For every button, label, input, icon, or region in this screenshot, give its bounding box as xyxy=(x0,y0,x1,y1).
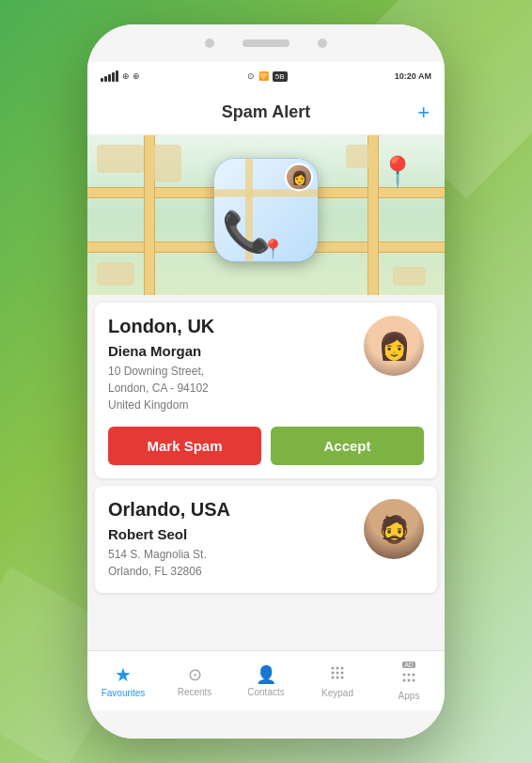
add-button[interactable]: + xyxy=(417,101,430,125)
svg-point-7 xyxy=(336,677,339,679)
svg-point-14 xyxy=(413,678,415,681)
app-title: Spam Alert xyxy=(222,102,310,122)
card-1-actions: Mark Spam Accept xyxy=(108,427,424,465)
svg-point-0 xyxy=(332,667,335,670)
svg-point-12 xyxy=(403,678,406,681)
map-pin-red: 📍 xyxy=(379,154,416,190)
battery-label: 5B xyxy=(273,71,288,82)
front-camera xyxy=(205,39,214,48)
status-bar: ⊕ ⊕ ⊙ 🛜 5B 10:20 AM xyxy=(87,62,445,90)
svg-point-9 xyxy=(403,673,406,676)
nav-item-keypad[interactable]: Keypad xyxy=(302,651,373,710)
card-1-info: London, UK Diena Morgan 10 Downing Stree… xyxy=(108,316,352,413)
svg-point-4 xyxy=(336,672,339,675)
nav-item-apps[interactable]: AD Apps xyxy=(373,651,445,710)
card-1-address: 10 Downing Street, London, CA - 94102 Un… xyxy=(108,363,352,413)
ad-badge: AD xyxy=(402,662,415,668)
recents-icon: ⊙ xyxy=(188,664,202,685)
sensor xyxy=(318,39,327,48)
keypad-label: Keypad xyxy=(321,688,353,698)
svg-point-11 xyxy=(413,673,415,676)
keypad-icon xyxy=(328,663,347,686)
nav-item-favourites[interactable]: ★ Favourites xyxy=(87,651,159,710)
earpiece-speaker xyxy=(243,39,289,47)
status-time: 10:20 AM xyxy=(395,71,431,81)
phone-top-hardware xyxy=(87,24,445,62)
time-display: 10:20 AM xyxy=(395,71,431,81)
svg-point-10 xyxy=(408,673,411,676)
card-2-avatar: 🧔 xyxy=(364,499,424,559)
card-2-address-line1: 514 S. Magnolia St. xyxy=(108,548,207,561)
signal-icon xyxy=(101,70,118,82)
mark-spam-button[interactable]: Mark Spam xyxy=(108,427,261,465)
map-building-1 xyxy=(97,145,144,173)
card-2-location: Orlando, USA xyxy=(108,499,352,521)
favourites-icon: ★ xyxy=(115,663,132,686)
map-area: 📍 📞 👩 📍 xyxy=(87,135,445,295)
svg-point-13 xyxy=(408,678,411,681)
status-left: ⊕ ⊕ xyxy=(101,70,140,82)
cards-list: London, UK Diena Morgan 10 Downing Stree… xyxy=(87,295,445,650)
map-building-3 xyxy=(346,145,369,168)
svg-point-6 xyxy=(332,677,335,679)
card-2-info: Orlando, USA Robert Seol 514 S. Magnolia… xyxy=(108,499,352,580)
phone-bottom-hardware xyxy=(87,710,445,739)
card-1-location: London, UK xyxy=(108,316,352,337)
svg-point-8 xyxy=(341,677,344,679)
map-building-4 xyxy=(97,262,134,286)
bottom-navigation: ★ Favourites ⊙ Recents 👤 Contacts xyxy=(87,650,445,710)
card-2-name: Robert Seol xyxy=(108,526,352,542)
contact-card-1: London, UK Diena Morgan 10 Downing Stree… xyxy=(95,303,437,478)
card-2-address-line2: Orlando, FL 32806 xyxy=(108,565,202,578)
apps-icon xyxy=(399,670,418,689)
svg-point-2 xyxy=(341,667,344,670)
nav-item-contacts[interactable]: 👤 Contacts xyxy=(230,651,302,710)
svg-point-1 xyxy=(336,667,339,670)
location-icon: ⊙ xyxy=(247,71,255,81)
svg-point-5 xyxy=(341,672,344,675)
recents-label: Recents xyxy=(178,687,212,697)
app-header: Spam Alert + xyxy=(87,90,445,135)
card-2-top: Orlando, USA Robert Seol 514 S. Magnolia… xyxy=(108,499,424,580)
accept-button[interactable]: Accept xyxy=(271,427,424,465)
map-building-2 xyxy=(153,145,181,182)
map-building-5 xyxy=(393,267,426,286)
card-1-avatar: 👩 xyxy=(364,316,424,376)
app-logo-icon: 📞 👩 📍 xyxy=(214,159,318,262)
wifi-icon: 🛜 xyxy=(258,71,269,81)
status-center-icons: ⊙ 🛜 5B xyxy=(247,71,288,82)
card-1-address-line3: United Kingdom xyxy=(108,398,188,412)
contacts-label: Contacts xyxy=(247,687,284,697)
nav-item-recents[interactable]: ⊙ Recents xyxy=(159,651,230,710)
svg-point-3 xyxy=(332,672,335,675)
card-1-address-line2: London, CA - 94102 xyxy=(108,382,209,395)
card-2-address: 514 S. Magnolia St. Orlando, FL 32806 xyxy=(108,546,352,580)
card-1-name: Diena Morgan xyxy=(108,343,352,359)
card-1-top: London, UK Diena Morgan 10 Downing Stree… xyxy=(108,316,424,413)
phone-device: ⊕ ⊕ ⊙ 🛜 5B 10:20 AM Spam Alert + 📍 xyxy=(87,24,445,739)
favourites-label: Favourites xyxy=(102,688,146,698)
card-1-address-line1: 10 Downing Street, xyxy=(108,365,204,378)
contact-card-2: Orlando, USA Robert Seol 514 S. Magnolia… xyxy=(95,486,437,593)
apps-label: Apps xyxy=(399,691,420,701)
contacts-icon: 👤 xyxy=(256,664,276,685)
signal-text: ⊕ ⊕ xyxy=(122,71,140,81)
